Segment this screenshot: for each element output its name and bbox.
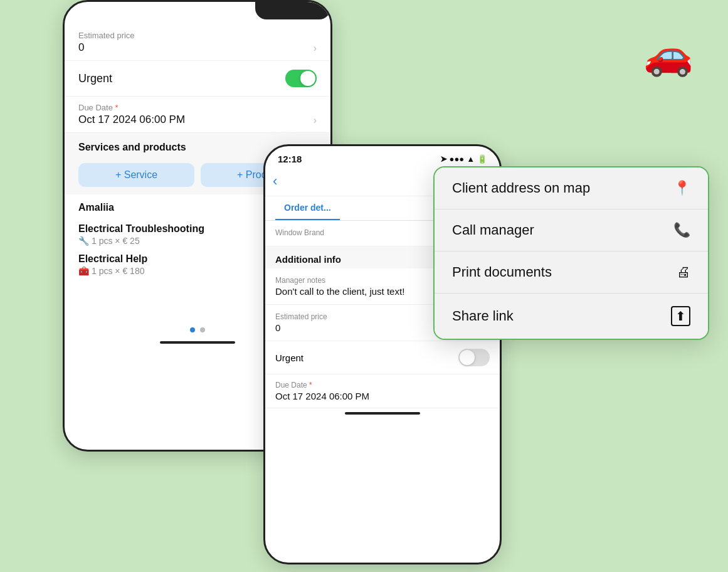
popup-print-documents[interactable]: Print documents 🖨 xyxy=(435,252,708,294)
due-date-row: Due Date * Oct 17 2024 06:00 PM › xyxy=(65,97,330,133)
popup-call-manager-label: Call manager xyxy=(452,222,534,238)
car-emoji: 🚗 xyxy=(643,34,694,75)
battery-icon: 🔋 xyxy=(477,154,487,164)
window-brand-label: Window Brand xyxy=(275,228,324,237)
time-display: 12:18 xyxy=(278,154,302,164)
notch xyxy=(255,2,330,19)
manager-notes-label: Manager notes xyxy=(275,276,404,285)
urgent-label: Urgent xyxy=(78,72,112,85)
due-date-label: Due Date * xyxy=(78,103,317,112)
phone-icon: 📞 xyxy=(673,222,690,238)
popup-print-documents-label: Print documents xyxy=(452,264,552,280)
service-2-qty-price: 1 pcs × € 180 xyxy=(92,266,144,276)
add-service-button[interactable]: + Service xyxy=(78,163,194,187)
required-star: * xyxy=(115,103,119,112)
tab-order-details[interactable]: Order det... xyxy=(275,196,340,220)
service-1-icon: 🔧 xyxy=(78,236,89,246)
urgent-row: Urgent xyxy=(65,61,330,97)
back-button[interactable]: ‹ xyxy=(273,171,282,192)
front-estimated-price-label: Estimated price xyxy=(275,312,327,321)
popup-share-link[interactable]: Share link ⬆ xyxy=(435,294,708,339)
popup-client-address-label: Client address on map xyxy=(452,180,590,196)
estimated-price-row: Estimated price 0 › xyxy=(65,24,330,61)
service-2-icon: 🧰 xyxy=(78,266,89,276)
front-due-date-value: Oct 17 2024 06:00 PM xyxy=(275,391,490,401)
estimated-price-value: 0 xyxy=(78,41,317,54)
popup-call-manager[interactable]: Call manager 📞 xyxy=(435,209,708,252)
front-urgent-label: Urgent xyxy=(275,352,303,363)
front-due-date-label: Due Date * xyxy=(275,381,490,389)
front-estimated-price-value: 0 xyxy=(275,322,327,333)
popup-share-link-label: Share link xyxy=(452,308,514,324)
due-date-value: Oct 17 2024 06:00 PM xyxy=(78,114,317,126)
status-icons: ➤ ●●● ▲ 🔋 xyxy=(440,154,487,164)
popup-client-address[interactable]: Client address on map 📍 xyxy=(435,167,708,209)
front-urgent-toggle[interactable] xyxy=(458,349,490,366)
front-urgent-row: Urgent xyxy=(265,341,500,374)
wifi-icon: ▲ xyxy=(467,154,475,164)
status-bar: 12:18 ➤ ●●● ▲ 🔋 xyxy=(265,146,500,167)
estimated-price-chevron: › xyxy=(314,43,317,54)
front-home-bar xyxy=(345,412,420,415)
manager-notes-value: Don't call to the client, just text! xyxy=(275,286,404,297)
location-arrow-icon: ➤ xyxy=(440,154,447,164)
front-required-star: * xyxy=(309,381,312,389)
popup-menu: Client address on map 📍 Call manager 📞 P… xyxy=(433,166,709,340)
service-1-qty-price: 1 pcs × € 25 xyxy=(92,236,140,246)
map-pin-icon: 📍 xyxy=(673,180,690,196)
estimated-price-label: Estimated price xyxy=(78,31,317,40)
dot-1 xyxy=(190,327,195,332)
front-due-date-row: Due Date * Oct 17 2024 06:00 PM xyxy=(265,374,500,408)
dot-2 xyxy=(200,327,205,332)
home-bar xyxy=(160,341,235,344)
urgent-toggle[interactable] xyxy=(285,70,317,87)
printer-icon: 🖨 xyxy=(677,264,690,280)
due-date-chevron: › xyxy=(314,115,317,126)
share-icon: ⬆ xyxy=(671,306,690,326)
signal-icon: ●●● xyxy=(450,154,465,164)
